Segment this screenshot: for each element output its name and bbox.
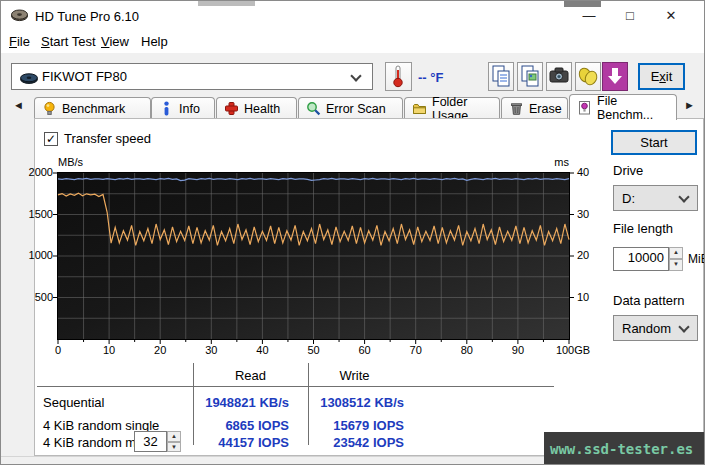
menu-help[interactable]: Help — [141, 34, 168, 49]
x-tick-label: 40 — [246, 344, 278, 356]
tab-health[interactable]: Health — [216, 97, 297, 119]
watermark-text: www.ssd-tester.es — [550, 441, 693, 457]
sequential-read-value: 1948821 KB/s — [193, 395, 289, 410]
file-length-unit: MiB — [688, 252, 705, 266]
exit-button[interactable]: Exit — [638, 63, 685, 90]
spin-up-icon[interactable]: ▲ — [167, 431, 181, 442]
file-length-spinner[interactable]: ▲ ▼ — [669, 247, 683, 271]
y-left-tick-label: 1000 — [19, 249, 53, 261]
row-label-sequential: Sequential — [43, 395, 104, 410]
y-right-tick-label: 40 — [577, 166, 603, 178]
drive-value: D: — [622, 191, 635, 206]
y-left-axis-unit: MB/s — [58, 156, 83, 168]
temperature-readout: -- °F — [418, 70, 443, 85]
menu-file[interactable]: File — [9, 34, 30, 49]
file-length-input[interactable]: 10000 — [613, 247, 669, 271]
tab-benchmark[interactable]: Benchmark — [34, 97, 151, 119]
y-left-tick-label: 500 — [19, 291, 53, 303]
copy-image-button[interactable] — [517, 62, 543, 91]
queue-depth-input[interactable]: 32 — [134, 431, 167, 452]
read-column-header: Read — [193, 368, 308, 383]
temperature-button[interactable] — [385, 62, 412, 91]
drive-disk-icon — [20, 72, 38, 87]
title-bar: HD Tune Pro 6.10 — □ ✕ — [1, 1, 704, 31]
file-length-label: File length — [613, 221, 673, 236]
artifact-smudge-left — [198, 1, 255, 6]
transfer-speed-label: Transfer speed — [64, 131, 151, 146]
app-disk-icon — [11, 8, 28, 23]
random-single-write-value: 15679 IOPS — [308, 418, 404, 433]
y-left-tick-label: 2000 — [19, 166, 53, 178]
download-arrow-icon — [603, 63, 627, 90]
close-button[interactable]: ✕ — [655, 5, 687, 27]
chart-plot-area — [57, 172, 570, 340]
drive-label: Drive — [613, 163, 643, 178]
start-button[interactable]: Start — [611, 130, 697, 155]
tab-erase[interactable]: Erase — [501, 97, 568, 119]
sequential-write-value: 1308512 KB/s — [308, 395, 404, 410]
drive-combobox[interactable]: D: — [613, 185, 698, 211]
y-right-axis-unit: ms — [541, 156, 569, 168]
hdtune-window: HD Tune Pro 6.10 — □ ✕ File Start Test V… — [0, 0, 705, 465]
tab-error-scan[interactable]: Error Scan — [298, 97, 403, 119]
x-max-tick-label: 100GB — [550, 344, 596, 356]
tab-folder-usage[interactable]: Folder Usage — [404, 97, 500, 119]
hands-icon — [576, 63, 600, 90]
info-icon — [159, 101, 174, 116]
toolbar: FIKWOT FP80 -- °F Exit — [1, 53, 704, 94]
tab-info[interactable]: Info — [151, 97, 215, 119]
data-pattern-value: Random — [622, 321, 671, 336]
copy-image-icon — [518, 63, 542, 90]
x-tick-label: 10 — [93, 344, 125, 356]
tab-scroll-right[interactable]: ► — [684, 99, 695, 111]
data-pattern-label: Data pattern — [613, 293, 685, 308]
benchmark-bulb-icon — [42, 101, 57, 116]
spin-down-icon[interactable]: ▼ — [669, 259, 683, 271]
watermark-box: www.ssd-tester.es — [544, 432, 705, 465]
random-single-read-value: 6865 IOPS — [193, 418, 289, 433]
transfer-speed-checkbox[interactable]: ✓ — [44, 132, 58, 146]
download-button[interactable] — [602, 62, 628, 91]
copy-text-icon — [489, 63, 513, 90]
drive-select-combobox[interactable]: FIKWOT FP80 — [11, 63, 373, 90]
health-cross-icon — [224, 101, 239, 116]
spin-down-icon[interactable]: ▼ — [167, 442, 181, 453]
y-left-tick-label: 1500 — [19, 208, 53, 220]
donate-button[interactable] — [575, 62, 601, 91]
menu-view[interactable]: View — [101, 34, 129, 49]
x-tick-label: 20 — [144, 344, 176, 356]
chevron-down-icon — [350, 70, 361, 81]
file-benchmark-icon — [577, 100, 592, 115]
x-tick-label: 60 — [349, 344, 381, 356]
thermometer-icon — [386, 63, 410, 89]
x-tick-label: 70 — [400, 344, 432, 356]
chevron-down-icon — [678, 321, 689, 332]
camera-icon — [547, 63, 571, 90]
tab-bar: ◄ Benchmark Info Health Error Scan Folde… — [1, 94, 704, 119]
selected-drive-label: FIKWOT FP80 — [42, 69, 127, 84]
chevron-down-icon — [678, 191, 689, 202]
window-title: HD Tune Pro 6.10 — [35, 9, 139, 24]
y-right-tick-label: 10 — [577, 291, 603, 303]
x-tick-label: 80 — [451, 344, 483, 356]
maximize-button[interactable]: □ — [614, 5, 646, 27]
minimize-button[interactable]: — — [573, 5, 605, 27]
menu-start-test[interactable]: Start Test — [41, 34, 96, 49]
table-header-divider — [37, 386, 554, 387]
screenshot-button[interactable] — [546, 62, 572, 91]
tab-file-benchmark[interactable]: File Benchm... — [569, 94, 677, 120]
copy-text-button[interactable] — [488, 62, 514, 91]
x-tick-label: 30 — [195, 344, 227, 356]
tab-scroll-left[interactable]: ◄ — [13, 99, 24, 111]
x-tick-label: 0 — [42, 344, 74, 356]
magnifier-icon — [306, 101, 321, 116]
menu-bar: File Start Test View Help — [1, 31, 704, 53]
folder-icon — [412, 101, 427, 116]
spin-up-icon[interactable]: ▲ — [669, 247, 683, 259]
data-pattern-combobox[interactable]: Random — [613, 315, 698, 341]
y-right-tick-label: 30 — [577, 208, 603, 220]
trash-icon — [509, 101, 524, 116]
y-right-tick-label: 20 — [577, 249, 603, 261]
queue-depth-spinner[interactable]: ▲ ▼ — [167, 431, 181, 452]
write-column-header: Write — [308, 368, 401, 383]
